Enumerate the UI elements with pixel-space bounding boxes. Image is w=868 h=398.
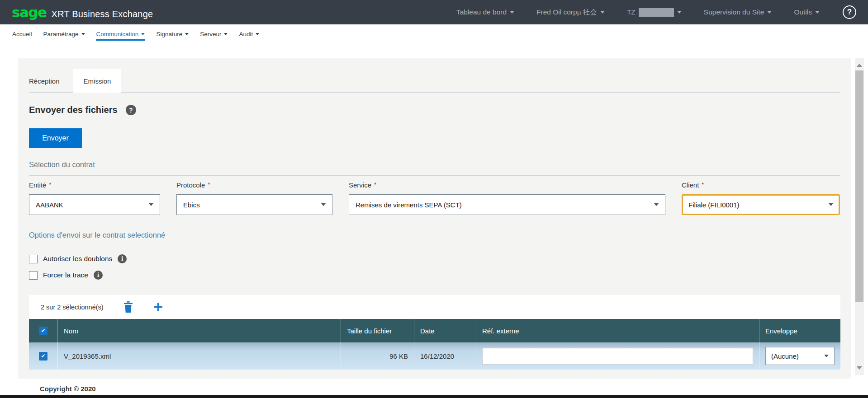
add-button[interactable] [154,303,162,311]
tab-reception[interactable]: Réception [29,69,73,93]
menu-supervision-du-site[interactable]: Supervision du Site [704,8,772,16]
menu-company[interactable]: Fred Oil corpµ 社会 [536,8,605,17]
client-select[interactable]: Filiale (FILI0001) [682,194,840,215]
enveloppe-select[interactable]: (Aucune) [765,347,835,365]
nav-accueil[interactable]: Accueil [12,24,32,43]
vertical-scrollbar[interactable] [855,58,864,375]
field-label: Protocole* [176,181,332,190]
tab-emission[interactable]: Emission [73,69,122,93]
service-select[interactable]: Remises de virements SEPA (SCT) [349,194,665,215]
column-header-nom[interactable]: Nom [58,319,341,342]
copyright-text: Copyright © 2020 [40,385,96,393]
column-header-taille[interactable]: Taille du fichier [341,319,414,342]
help-icon[interactable]: ? [843,5,856,19]
chevron-down-icon [185,33,189,35]
bottom-edge-strip [0,395,868,398]
brand: sage XRT Business Exchange [12,5,153,19]
field-label: Service* [349,181,665,190]
required-asterisk: * [702,181,704,188]
required-asterisk: * [374,181,376,188]
chevron-down-icon [815,11,820,14]
trash-icon [123,301,133,313]
column-header-ref-externe[interactable]: Réf. externe [476,319,759,342]
redacted-text-block [639,8,674,17]
chevron-down-icon [141,33,145,35]
section-selection-du-contrat: Sélection du contrat [29,160,840,176]
scroll-down-arrow-icon[interactable] [855,363,864,372]
tab-bar: Réception Emission [29,69,840,93]
top-app-bar: sage XRT Business Exchange Tableau de bo… [0,0,868,24]
chevron-down-icon [829,203,833,206]
autoriser-doublons-checkbox[interactable] [29,255,38,263]
option-forcer-trace: Forcer la trace i [29,271,840,280]
nav-serveur[interactable]: Serveur [200,24,228,43]
menu-tableau-de-bord[interactable]: Tableau de bord [456,8,514,16]
cell-taille: 96 KB [341,342,414,370]
chevron-down-icon [510,11,514,14]
menu-user[interactable]: TZ [627,8,682,17]
protocole-select[interactable]: Ebics [176,194,332,215]
chevron-down-icon [81,33,85,35]
field-client: Client* Filiale (FILI0001) [682,181,840,215]
entite-select[interactable]: AABANK [29,194,160,215]
cell-ref-externe [476,342,759,370]
page-help-icon[interactable]: ? [126,105,136,115]
info-icon[interactable]: i [118,254,127,263]
column-header-enveloppe[interactable]: Enveloppe [759,319,840,342]
page-title: Envoyer des fichiers [29,105,118,115]
table-row[interactable]: ✔ V_2019365.xml 96 KB 16/12/2020 (Aucune… [29,342,840,370]
scrollbar-thumb[interactable] [855,70,863,302]
chevron-down-icon [321,203,326,206]
content-panel: Réception Emission Envoyer des fichiers … [18,58,851,379]
table-toolbar: 2 sur 2 sélectionné(s) [29,295,840,319]
row-checkbox-cell: ✔ [29,342,58,370]
chevron-down-icon [600,11,605,14]
app-title: XRT Business Exchange [52,9,153,19]
scroll-up-arrow-icon[interactable] [855,61,864,70]
forcer-trace-checkbox[interactable] [29,271,38,280]
cell-enveloppe: (Aucune) [759,342,840,370]
nav-communication[interactable]: Communication [96,24,145,43]
field-entite: Entité* AABANK [29,181,160,215]
ref-externe-input[interactable] [482,347,753,365]
menu-outils[interactable]: Outils [794,8,820,16]
info-icon[interactable]: i [94,271,103,280]
selection-summary: 2 sur 2 sélectionné(s) [41,304,104,311]
delete-button[interactable] [123,301,133,313]
chevron-down-icon [224,33,228,35]
field-protocole: Protocole* Ebics [176,181,332,215]
chevron-down-icon [256,33,259,35]
field-label: Entité* [29,181,160,190]
main-nav: Accueil Paramétrage Communication Signat… [0,24,868,43]
sage-logo: sage [12,5,47,19]
envoyer-button[interactable]: Envoyer [29,128,82,148]
select-all-checkbox[interactable]: ✔ [39,327,47,335]
spacer [0,43,868,58]
chevron-down-icon [824,355,829,357]
chevron-down-icon [767,11,772,14]
cell-nom: V_2019365.xml [58,342,341,370]
required-asterisk: * [49,181,51,188]
page-title-row: Envoyer des fichiers ? [29,105,840,115]
nav-signature[interactable]: Signature [156,24,189,43]
option-autoriser-doublons: Autoriser les doublons i [29,254,840,263]
row-checkbox[interactable]: ✔ [39,352,47,361]
nav-parametrage[interactable]: Paramétrage [43,24,85,43]
chevron-down-icon [149,203,153,206]
required-asterisk: * [208,181,210,188]
field-label: Client* [682,181,840,190]
plus-icon [154,303,162,311]
column-header-date[interactable]: Date [414,319,476,342]
cell-date: 16/12/2020 [414,342,476,370]
chevron-down-icon [677,11,682,14]
section-options-envoi: Options d'envoi sur le contrat selection… [29,231,840,246]
top-menu: Tableau de bord Fred Oil corpµ 社会 TZ Sup… [456,5,856,19]
contract-form-row: Entité* AABANK Protocole* Ebics Service*… [29,181,840,215]
files-table: 2 sur 2 sélectionné(s) ✔ Nom Taille [29,295,840,370]
table-header-row: ✔ Nom Taille du fichier Date Réf. extern… [29,319,840,342]
header-checkbox-cell: ✔ [29,319,58,342]
field-service: Service* Remises de virements SEPA (SCT) [349,181,665,215]
nav-audit[interactable]: Audit [239,24,259,43]
chevron-down-icon [654,203,659,206]
